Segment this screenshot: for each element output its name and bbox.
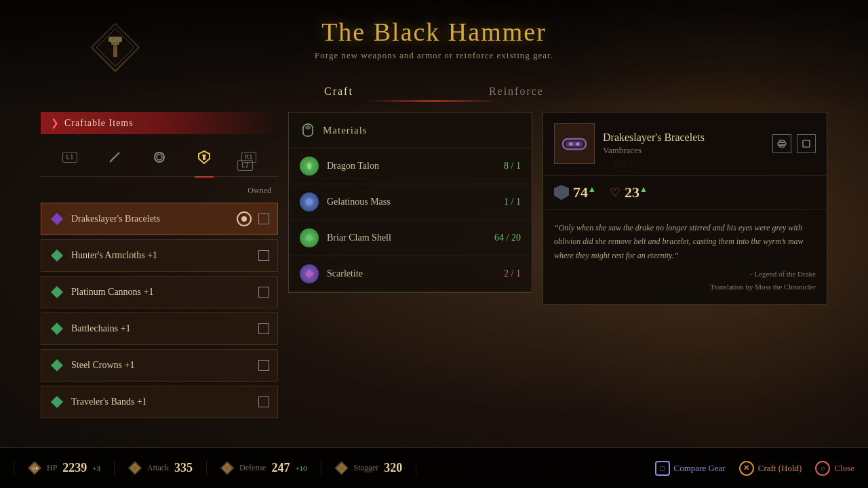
- detail-action-icons: [772, 134, 816, 153]
- item-icon-travelers-bands: [50, 394, 64, 409]
- item-owned-checkbox: [258, 323, 269, 334]
- item-name-platinum: Platinum Cannons +1: [71, 287, 252, 298]
- lore-text: “Only when she saw the drake no longer s…: [543, 210, 827, 304]
- item-name-battlechains: Battlechains +1: [71, 323, 252, 334]
- svg-point-7: [155, 152, 164, 162]
- page-title: The Black Hammer: [321, 17, 547, 47]
- attack-value: 335: [174, 461, 193, 475]
- compare-gear-button[interactable]: □ Compare Gear: [655, 461, 726, 476]
- item-icon-battlechains: [50, 321, 64, 336]
- list-item[interactable]: Traveler's Bands +1: [41, 386, 278, 418]
- item-name-travelers-bands: Traveler's Bands +1: [71, 396, 252, 407]
- l1-badge: L1: [62, 152, 78, 163]
- svg-text:HP: HP: [33, 466, 38, 472]
- item-owned-checkbox: [258, 360, 269, 371]
- material-item: Gelatinous Mass 1 / 1: [289, 184, 532, 220]
- svg-point-20: [576, 143, 579, 146]
- favorite-icon[interactable]: [797, 134, 816, 153]
- magic-defense-value: 23▲: [625, 184, 648, 201]
- defense-value: 74▲: [573, 184, 596, 201]
- stagger-label: Stagger: [354, 463, 379, 473]
- materials-box: Materials Dragon Talon 8 / 1 Gelatinous: [288, 112, 532, 293]
- attack-stat: Attack 335: [115, 461, 207, 475]
- tabs-container: L2 Craft Reinforce R2: [0, 80, 868, 103]
- list-item[interactable]: Drakeslayer's Bracelets: [41, 203, 278, 235]
- compare-gear-label: Compare Gear: [674, 463, 726, 474]
- player-stats: HP HP 2239 +3 Attack 335: [0, 461, 642, 475]
- stagger-icon: [335, 462, 349, 475]
- scarletite-icon: [300, 264, 319, 283]
- left-panel: ❯ Craftable Items L1 R1: [41, 112, 278, 447]
- attack-icon: [128, 462, 142, 475]
- item-name-hunters: Hunter's Armcloths +1: [71, 250, 252, 261]
- list-item[interactable]: Battlechains +1: [41, 312, 278, 345]
- category-trigger-r1[interactable]: R1: [238, 146, 260, 168]
- category-sword[interactable]: [104, 146, 125, 168]
- defense-icon: [554, 185, 569, 200]
- item-icon-hunters: [50, 248, 64, 263]
- magic-defense-stat: ♡ 23▲: [610, 184, 648, 201]
- hp-value: 2239: [62, 461, 87, 475]
- category-shield[interactable]: [193, 146, 215, 168]
- item-selected-indicator: [237, 211, 252, 226]
- svg-line-6: [112, 158, 114, 160]
- close-button[interactable]: ○ Close: [815, 461, 854, 476]
- briar-clam-shell-name: Briar Clam Shell: [327, 232, 494, 243]
- hp-label: HP: [47, 463, 57, 473]
- svg-point-19: [570, 143, 572, 146]
- item-list: Drakeslayer's Bracelets Hunter's Armclot…: [41, 203, 278, 447]
- svg-line-5: [110, 152, 119, 162]
- defense-stat: 74▲: [554, 184, 596, 201]
- svg-rect-10: [203, 155, 205, 160]
- tab-reinforce[interactable]: Reinforce: [475, 80, 557, 103]
- svg-point-12: [305, 125, 311, 129]
- defense-label: Defense: [239, 463, 266, 473]
- defense-value: 247: [271, 461, 290, 475]
- list-item[interactable]: Hunter's Armcloths +1: [41, 239, 278, 272]
- svg-marker-14: [304, 269, 314, 279]
- right-panel: Drakeslayer's Bracelets Vambraces: [542, 112, 827, 447]
- gelatinous-mass-icon: [300, 192, 319, 211]
- svg-rect-21: [778, 142, 786, 145]
- briar-clam-shell-count: 64 / 20: [494, 232, 521, 243]
- item-owned-checkbox: [258, 287, 269, 298]
- tab-active-indicator: [366, 100, 502, 102]
- hp-delta: +3: [92, 464, 100, 472]
- middle-panel: Materials Dragon Talon 8 / 1 Gelatinous: [288, 112, 532, 447]
- close-label: Close: [834, 463, 854, 474]
- tab-craft[interactable]: Craft: [311, 80, 367, 103]
- list-item[interactable]: Platinum Cannons +1: [41, 276, 278, 308]
- owned-column-label: Owned: [41, 186, 278, 196]
- detail-header: Drakeslayer's Bracelets Vambraces: [543, 113, 827, 176]
- craft-button-icon: ✕: [739, 461, 754, 476]
- craft-button[interactable]: ✕ Craft (Hold): [739, 461, 802, 476]
- defense-stat-icon: [220, 462, 234, 475]
- stats-row: 74▲ ♡ 23▲: [543, 176, 827, 210]
- item-thumbnail: [554, 123, 595, 164]
- attack-label: Attack: [147, 463, 169, 473]
- svg-rect-22: [779, 140, 785, 142]
- item-owned-checkbox: [258, 214, 269, 224]
- stagger-stat: Stagger 320: [321, 461, 417, 475]
- bottom-actions: □ Compare Gear ✕ Craft (Hold) ○ Close: [642, 461, 868, 476]
- lore-attribution: - Legend of the Drake Translation by Mos…: [554, 268, 816, 293]
- item-name-steel-crowns: Steel Crowns +1: [71, 360, 252, 371]
- dragon-talon-count: 8 / 1: [504, 161, 521, 171]
- category-icons-row: L1 R1: [41, 143, 278, 177]
- list-item[interactable]: Steel Crowns +1: [41, 349, 278, 382]
- page-subtitle: Forge new weapons and armor or reinforce…: [315, 50, 553, 61]
- detail-item-type: Vambraces: [603, 145, 764, 156]
- briar-clam-shell-icon: [300, 228, 319, 247]
- svg-point-13: [305, 198, 313, 205]
- dragon-talon-icon: [300, 157, 319, 176]
- material-item: Scarletite 2 / 1: [289, 256, 532, 292]
- close-button-icon: ○: [815, 461, 830, 476]
- transmute-icon[interactable]: [772, 134, 791, 153]
- materials-title: Materials: [323, 125, 368, 136]
- svg-point-8: [157, 155, 162, 160]
- dragon-talon-name: Dragon Talon: [327, 161, 504, 171]
- hp-icon: HP: [28, 462, 41, 475]
- craftable-title: Craftable Items: [64, 118, 134, 129]
- category-ring[interactable]: [149, 146, 170, 168]
- category-trigger-l1[interactable]: L1: [59, 146, 81, 168]
